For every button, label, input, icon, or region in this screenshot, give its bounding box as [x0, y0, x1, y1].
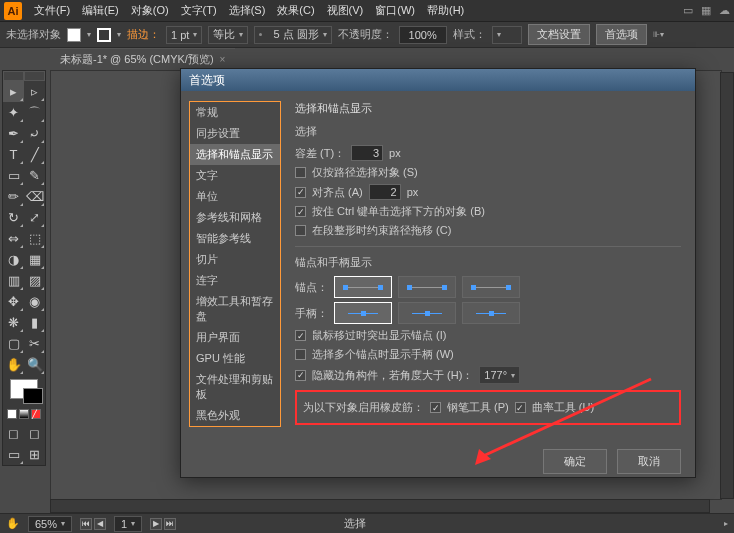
ok-button[interactable]: 确定 — [543, 449, 607, 474]
eraser-tool[interactable]: ⌫ — [24, 186, 45, 207]
sidebar-item-ui[interactable]: 用户界面 — [190, 327, 280, 348]
arrange-icon[interactable]: ▦ — [701, 4, 711, 17]
perspective-tool[interactable]: ▦ — [24, 249, 45, 270]
sidebar-item-guides[interactable]: 参考线和网格 — [190, 207, 280, 228]
anchor-style-1[interactable] — [334, 276, 392, 298]
stroke-swatch[interactable] — [97, 28, 111, 42]
fill-dropdown[interactable]: ▾ — [87, 30, 91, 39]
type-tool[interactable]: T — [3, 144, 24, 165]
blend-tool[interactable]: ◉ — [24, 291, 45, 312]
width-tool[interactable]: ⇔ — [3, 228, 24, 249]
path-only-checkbox[interactable] — [295, 167, 306, 178]
menu-select[interactable]: 选择(S) — [223, 3, 272, 18]
sidebar-item-gpu[interactable]: GPU 性能 — [190, 348, 280, 369]
dialog-titlebar[interactable]: 首选项 — [181, 69, 695, 91]
snap-checkbox[interactable] — [295, 187, 306, 198]
edit-toolbar[interactable]: ⊞ — [24, 444, 45, 465]
fill-swatch[interactable] — [67, 28, 81, 42]
sidebar-item-plugins[interactable]: 增效工具和暂存盘 — [190, 291, 280, 327]
handle-style-1[interactable] — [334, 302, 392, 324]
bridge-icon[interactable]: ▭ — [683, 4, 693, 17]
close-icon[interactable]: × — [220, 54, 226, 65]
scale-tool[interactable]: ⤢ — [24, 207, 45, 228]
curve-tool-checkbox[interactable] — [515, 402, 526, 413]
slice-tool[interactable]: ✂ — [24, 333, 45, 354]
anchor-style-3[interactable] — [462, 276, 520, 298]
curvature-tool[interactable]: ⤾ — [24, 123, 45, 144]
pen-tool-checkbox[interactable] — [430, 402, 441, 413]
horizontal-scrollbar[interactable] — [50, 499, 710, 513]
anchor-style-2[interactable] — [398, 276, 456, 298]
menu-object[interactable]: 对象(O) — [125, 3, 175, 18]
gradient-tool[interactable]: ▨ — [24, 270, 45, 291]
brush-def[interactable]: 5 点 圆形▾ — [254, 26, 331, 44]
opacity-input[interactable] — [399, 26, 447, 44]
direct-selection-tool[interactable]: ▹ — [24, 81, 45, 102]
vertical-scrollbar[interactable] — [720, 72, 734, 499]
handle-style-3[interactable] — [462, 302, 520, 324]
sidebar-item-sync[interactable]: 同步设置 — [190, 123, 280, 144]
stroke-profile[interactable]: 等比▾ — [208, 26, 248, 44]
paintbrush-tool[interactable]: ✎ — [24, 165, 45, 186]
sidebar-item-smart-guides[interactable]: 智能参考线 — [190, 228, 280, 249]
color-swatch[interactable]: ╱ — [3, 375, 45, 423]
sidebar-item-black[interactable]: 黑色外观 — [190, 405, 280, 426]
eyedropper-tool[interactable]: ✥ — [3, 291, 24, 312]
sidebar-item-type[interactable]: 文字 — [190, 165, 280, 186]
hide-corner-dropdown[interactable]: 177°▾ — [479, 366, 520, 384]
pencil-tool[interactable]: ✏ — [3, 186, 24, 207]
multi-handles-checkbox[interactable] — [295, 349, 306, 360]
sidebar-item-units[interactable]: 单位 — [190, 186, 280, 207]
align-dropdown[interactable]: ⊪▾ — [653, 30, 664, 39]
sidebar-item-file-handling[interactable]: 文件处理和剪贴板 — [190, 369, 280, 405]
pen-tool[interactable]: ✒ — [3, 123, 24, 144]
zoom-tool[interactable]: 🔍 — [24, 354, 45, 375]
symbol-sprayer-tool[interactable]: ❋ — [3, 312, 24, 333]
lasso-tool[interactable]: ⌒ — [24, 102, 45, 123]
sync-icon[interactable]: ☁ — [719, 4, 730, 17]
menu-type[interactable]: 文字(T) — [175, 3, 223, 18]
sidebar-item-selection-anchor[interactable]: 选择和锚点显示 — [190, 144, 280, 165]
screen-mode[interactable]: ▭ — [3, 444, 24, 465]
mesh-tool[interactable]: ▥ — [3, 270, 24, 291]
artboard-nav-next[interactable]: ▶⏭ — [150, 518, 176, 530]
drawing-mode-normal[interactable]: ◻ — [3, 423, 24, 444]
sidebar-item-general[interactable]: 常规 — [190, 102, 280, 123]
hand-icon[interactable]: ✋ — [6, 517, 20, 530]
highlight-checkbox[interactable] — [295, 330, 306, 341]
zoom-level[interactable]: 65%▾ — [28, 516, 72, 532]
rotate-tool[interactable]: ↻ — [3, 207, 24, 228]
preferences-button[interactable]: 首选项 — [596, 24, 647, 45]
menu-view[interactable]: 视图(V) — [321, 3, 370, 18]
cancel-button[interactable]: 取消 — [617, 449, 681, 474]
artboard-number[interactable]: 1▾ — [114, 516, 142, 532]
stroke-dropdown[interactable]: ▾ — [117, 30, 121, 39]
magic-wand-tool[interactable]: ✦ — [3, 102, 24, 123]
line-tool[interactable]: ╱ — [24, 144, 45, 165]
menu-window[interactable]: 窗口(W) — [369, 3, 421, 18]
sidebar-item-hyphenation[interactable]: 连字 — [190, 270, 280, 291]
hide-corner-checkbox[interactable] — [295, 370, 306, 381]
free-transform-tool[interactable]: ⬚ — [24, 228, 45, 249]
artboard-nav[interactable]: ⏮◀ — [80, 518, 106, 530]
selection-tool[interactable]: ▸ — [3, 81, 24, 102]
menu-help[interactable]: 帮助(H) — [421, 3, 470, 18]
graph-tool[interactable]: ▮ — [24, 312, 45, 333]
ctrl-click-checkbox[interactable] — [295, 206, 306, 217]
drawing-mode-behind[interactable]: ◻ — [24, 423, 45, 444]
snap-input[interactable] — [369, 184, 401, 200]
tolerance-input[interactable] — [351, 145, 383, 161]
menu-edit[interactable]: 编辑(E) — [76, 3, 125, 18]
style-dropdown[interactable]: ▾ — [492, 26, 522, 44]
rectangle-tool[interactable]: ▭ — [3, 165, 24, 186]
constrain-checkbox[interactable] — [295, 225, 306, 236]
menu-file[interactable]: 文件(F) — [28, 3, 76, 18]
shape-builder-tool[interactable]: ◑ — [3, 249, 24, 270]
stroke-weight[interactable]: 1 pt▾ — [166, 26, 202, 44]
handle-style-2[interactable] — [398, 302, 456, 324]
hand-tool[interactable]: ✋ — [3, 354, 24, 375]
status-menu[interactable]: ▸ — [724, 519, 728, 528]
document-setup-button[interactable]: 文档设置 — [528, 24, 590, 45]
artboard-tool[interactable]: ▢ — [3, 333, 24, 354]
sidebar-item-slices[interactable]: 切片 — [190, 249, 280, 270]
